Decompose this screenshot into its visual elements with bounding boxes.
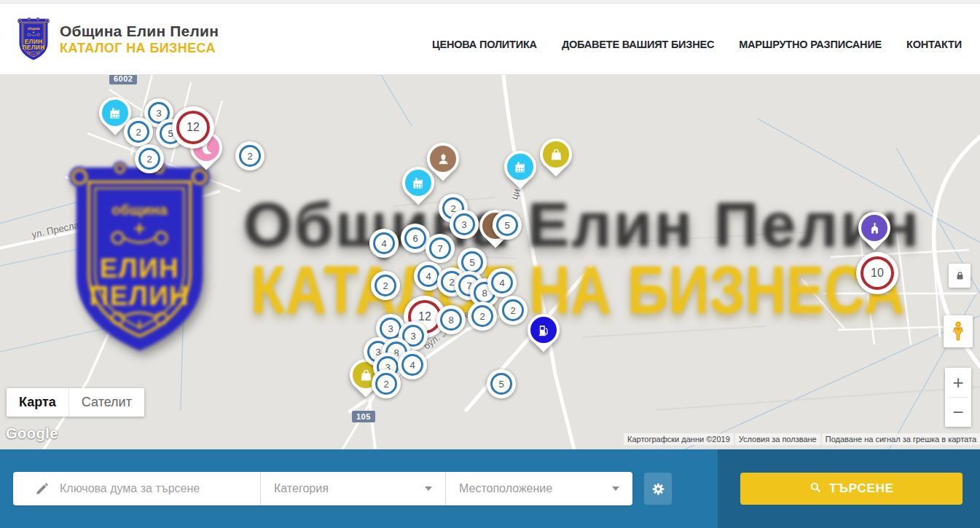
cluster-count: 4: [426, 271, 431, 282]
page: община ЕЛИН ПЕЛИН Община Елин Пелин КАТА…: [0, 0, 980, 528]
nav-item[interactable]: МАРШРУТНО РАЗПИСАНИЕ: [739, 39, 882, 50]
map-attribution: Картографски данни ©2019Условия за ползв…: [624, 433, 980, 445]
cluster-count: 12: [187, 121, 200, 134]
nav-item[interactable]: КОНТАКТИ: [906, 39, 962, 50]
search-button[interactable]: ТЪРСЕНЕ: [740, 473, 963, 505]
caret-down-icon: [612, 486, 619, 491]
location-select[interactable]: Местоположение: [446, 472, 632, 505]
cluster-count: 2: [479, 311, 485, 322]
settings-button[interactable]: [644, 473, 672, 505]
zoom-control: + −: [945, 368, 971, 427]
cluster-count: 5: [469, 257, 474, 268]
cluster-count: 3: [461, 219, 466, 230]
municipality-crest-icon: община ЕЛИН ПЕЛИН: [16, 16, 51, 63]
gear-icon: [651, 481, 666, 497]
pegman-button[interactable]: [944, 315, 973, 347]
attribution-link[interactable]: Условия за ползване: [735, 433, 820, 445]
pencil-icon: [35, 481, 50, 496]
map-cluster[interactable]: 3: [450, 210, 479, 239]
cluster-count: 3: [410, 331, 415, 342]
search-panel: Категория Местоположение: [13, 472, 632, 505]
logo-subtitle: КАТАЛОГ НА БИЗНЕСА: [60, 41, 219, 56]
google-logo[interactable]: Google: [6, 425, 58, 442]
cluster-count: 3: [156, 108, 161, 119]
padlock-icon: [954, 270, 965, 281]
zoom-in-button[interactable]: +: [945, 368, 971, 397]
map-cluster[interactable]: 2: [124, 117, 153, 146]
map-type-satellite-button[interactable]: Сателит: [68, 388, 144, 417]
map-canvas[interactable]: 6002105ул. Преславбул. „Новоселци община…: [0, 75, 980, 449]
location-select-label: Местоположение: [459, 482, 552, 495]
keyword-section: [13, 472, 261, 505]
clusters-layer: 32512222356475427842212823338342510: [0, 75, 980, 449]
cluster-count: 2: [383, 379, 388, 390]
map-cluster[interactable]: 4: [487, 268, 517, 297]
search-icon: [809, 481, 822, 497]
lock-button[interactable]: [949, 264, 971, 288]
cluster-count: 8: [482, 288, 487, 299]
cluster-count: 2: [146, 154, 152, 165]
map-cluster[interactable]: 2: [135, 144, 164, 173]
map-cluster[interactable]: 10: [856, 252, 898, 294]
map-type-control: Карта Сателит: [7, 388, 144, 417]
cluster-count: 2: [383, 280, 388, 291]
map-cluster[interactable]: 5: [493, 210, 522, 240]
cluster-count: 6: [412, 233, 418, 244]
cluster-count: 2: [136, 127, 141, 138]
caret-down-icon: [425, 486, 432, 491]
svg-text:община: община: [27, 25, 40, 30]
svg-text:ПЕЛИН: ПЕЛИН: [23, 44, 45, 51]
cluster-count: 5: [498, 379, 503, 390]
map-cluster[interactable]: 4: [369, 229, 399, 258]
zoom-out-button[interactable]: −: [945, 398, 971, 427]
search-button-label: ТЪРСЕНЕ: [829, 481, 894, 496]
nav-item[interactable]: ДОБАВЕТЕ ВАШИЯТ БИЗНЕС: [562, 39, 714, 50]
category-select-label: Категория: [274, 482, 329, 495]
map-cluster[interactable]: 5: [487, 369, 516, 398]
map-cluster[interactable]: 4: [398, 350, 427, 379]
map-cluster[interactable]: 2: [468, 302, 497, 331]
logo-text: Община Елин Пелин КАТАЛОГ НА БИЗНЕСА: [60, 23, 219, 56]
cluster-count: 5: [504, 220, 509, 231]
search-bar: Категория Местоположение: [0, 449, 980, 528]
logo-title: Община Елин Пелин: [60, 23, 219, 40]
site-logo[interactable]: община ЕЛИН ПЕЛИН Община Елин Пелин КАТА…: [16, 16, 219, 63]
header: община ЕЛИН ПЕЛИН Община Елин Пелин КАТА…: [0, 4, 980, 75]
main-nav: ЦЕНОВА ПОЛИТИКАДОБАВЕТЕ ВАШИЯТ БИЗНЕСМАР…: [432, 28, 962, 50]
cluster-count: 4: [381, 238, 386, 249]
nav-item[interactable]: ЦЕНОВА ПОЛИТИКА: [432, 39, 537, 50]
attribution-text: Картографски данни ©2019: [624, 433, 734, 445]
cluster-count: 12: [418, 310, 431, 323]
cluster-count: 7: [437, 243, 442, 254]
category-select[interactable]: Категория: [261, 472, 446, 505]
map-cluster[interactable]: 8: [436, 305, 466, 334]
keyword-input[interactable]: [60, 482, 250, 495]
cluster-count: 8: [448, 315, 453, 326]
cluster-count: 3: [388, 323, 393, 334]
pegman-icon: [949, 320, 968, 343]
cluster-count: 2: [247, 151, 252, 162]
map-cluster[interactable]: 2: [235, 141, 264, 170]
map-type-map-button[interactable]: Карта: [7, 388, 68, 417]
cluster-count: 4: [499, 277, 504, 288]
map-cluster[interactable]: 2: [372, 369, 401, 398]
map-cluster[interactable]: 12: [172, 106, 214, 149]
cluster-count: 10: [871, 267, 884, 280]
cluster-count: 2: [449, 277, 454, 288]
map-cluster[interactable]: 2: [498, 296, 528, 325]
map-cluster[interactable]: 7: [426, 234, 455, 263]
map-cluster[interactable]: 2: [371, 271, 400, 300]
attribution-link[interactable]: Подаване на сигнал за грешка в картата: [822, 433, 980, 445]
cluster-count: 4: [409, 360, 415, 371]
cluster-count: 2: [510, 305, 515, 316]
